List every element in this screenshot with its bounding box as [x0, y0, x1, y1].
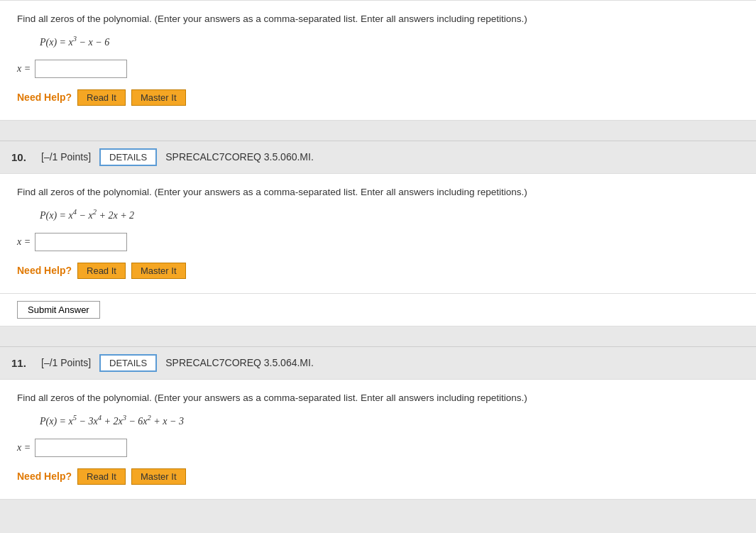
need-help-label-10: Need Help? [17, 265, 72, 276]
instruction-partial: Find all zeros of the polynomial. (Enter… [17, 12, 739, 26]
master-it-button-10[interactable]: Master It [131, 263, 186, 279]
problem-number-10: 10. [11, 151, 33, 163]
equation-11: P(x) = x5 − 3x4 + 2x3 − 6x2 + x − 3 [40, 414, 739, 427]
page-wrapper: Find all zeros of the polynomial. (Enter… [0, 0, 756, 500]
answer-row-11: x = [17, 439, 739, 457]
details-button-10[interactable]: DETAILS [99, 148, 157, 166]
problem-section-partial: Find all zeros of the polynomial. (Enter… [0, 0, 756, 121]
equation-10: P(x) = x4 − x2 + 2x + 2 [40, 208, 739, 221]
answer-row-10: x = [17, 233, 739, 251]
problem-header-10: 10. [–/1 Points] DETAILS SPRECALC7COREQ … [0, 141, 756, 173]
problem-body-partial: Find all zeros of the polynomial. (Enter… [0, 0, 756, 121]
answer-input-10[interactable] [35, 233, 127, 251]
problem-body-11: Find all zeros of the polynomial. (Enter… [0, 379, 756, 500]
submit-row-10: Submit Answer [0, 294, 756, 326]
problem-section-11: 11. [–/1 Points] DETAILS SPRECALC7COREQ … [0, 346, 756, 500]
read-it-button-partial[interactable]: Read It [77, 89, 126, 106]
master-it-button-11[interactable]: Master It [131, 468, 186, 485]
equation-text-partial: P(x) = x3 − x − 6 [40, 37, 109, 48]
var-label-partial: x = [17, 63, 31, 75]
problem-code-11: SPRECALC7COREQ 3.5.064.MI. [165, 357, 314, 368]
details-button-11[interactable]: DETAILS [99, 354, 157, 372]
need-help-row-10: Need Help? Read It Master It [17, 263, 739, 279]
spacer-2 [0, 332, 756, 346]
var-label-10: x = [17, 236, 31, 248]
points-label-10: [–/1 Points] [41, 151, 91, 163]
instruction-10: Find all zeros of the polynomial. (Enter… [17, 185, 739, 199]
need-help-label-11: Need Help? [17, 471, 72, 482]
read-it-button-10[interactable]: Read It [77, 263, 126, 279]
points-label-11: [–/1 Points] [41, 357, 91, 368]
need-help-row-11: Need Help? Read It Master It [17, 468, 739, 485]
problem-header-11: 11. [–/1 Points] DETAILS SPRECALC7COREQ … [0, 346, 756, 379]
master-it-button-partial[interactable]: Master It [131, 89, 186, 106]
instruction-11: Find all zeros of the polynomial. (Enter… [17, 391, 739, 405]
var-label-11: x = [17, 442, 31, 454]
problem-section-10: 10. [–/1 Points] DETAILS SPRECALC7COREQ … [0, 141, 756, 326]
need-help-row-partial: Need Help? Read It Master It [17, 89, 739, 106]
equation-partial: P(x) = x3 − x − 6 [40, 35, 739, 48]
submit-button-10[interactable]: Submit Answer [17, 301, 100, 319]
problem-body-10: Find all zeros of the polynomial. (Enter… [0, 173, 756, 294]
need-help-label-partial: Need Help? [17, 92, 72, 103]
problem-code-10: SPRECALC7COREQ 3.5.060.MI. [165, 151, 314, 163]
spacer-1 [0, 126, 756, 141]
answer-row-partial: x = [17, 60, 739, 78]
answer-input-partial[interactable] [35, 60, 127, 78]
equation-text-10: P(x) = x4 − x2 + 2x + 2 [40, 210, 134, 221]
equation-text-11: P(x) = x5 − 3x4 + 2x3 − 6x2 + x − 3 [40, 416, 184, 427]
problem-number-11: 11. [11, 357, 33, 369]
answer-input-11[interactable] [35, 439, 127, 457]
read-it-button-11[interactable]: Read It [77, 468, 126, 485]
